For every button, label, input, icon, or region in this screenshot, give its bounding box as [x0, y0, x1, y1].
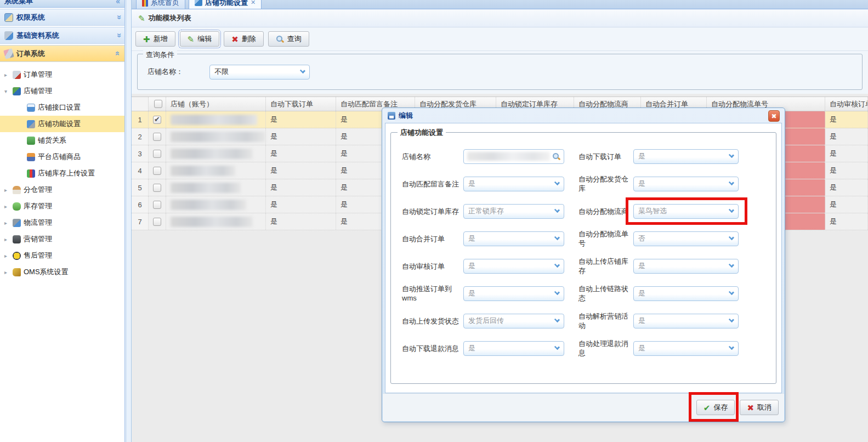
- left-select[interactable]: 是: [463, 341, 564, 356]
- right-select[interactable]: 菜鸟智选: [633, 204, 739, 219]
- left-select[interactable]: 是: [463, 259, 564, 274]
- selected-value: 是: [638, 316, 729, 326]
- left-select[interactable]: 是: [463, 286, 564, 301]
- sidebar-item[interactable]: 店铺库存上传设置: [0, 165, 124, 182]
- row-checkbox[interactable]: [153, 116, 161, 124]
- header-shop[interactable]: 店铺（账号）: [166, 97, 266, 111]
- shop-function-tab-icon: [195, 0, 202, 6]
- query-legend: 查询条件: [143, 50, 177, 60]
- sidebar-item-label: 售后管理: [24, 251, 52, 260]
- chevron-double-down-icon[interactable]: «: [113, 15, 122, 19]
- expand-arrow-icon[interactable]: ▸: [4, 203, 10, 209]
- shop-name-field: [463, 149, 564, 164]
- shop-manage-icon: [13, 87, 21, 95]
- row-checkbox[interactable]: [153, 167, 161, 175]
- collapse-sidebar-icon[interactable]: «: [116, 0, 120, 5]
- sidebar-item[interactable]: ▸ 物流管理: [0, 214, 124, 231]
- expand-arrow-icon[interactable]: ▸: [4, 72, 10, 78]
- shop-name-search-input[interactable]: [463, 149, 564, 164]
- fieldset-legend: 店铺功能设置: [398, 128, 446, 138]
- cell-shop-account: [166, 162, 266, 179]
- cell-auto-audit: 是: [825, 179, 868, 196]
- right-select[interactable]: 是: [633, 177, 739, 191]
- dialog-title-bar[interactable]: 编辑: [382, 108, 785, 123]
- add-button[interactable]: ✚ 新增: [135, 31, 175, 47]
- section-label: 权限系统: [16, 13, 45, 22]
- search-icon[interactable]: [552, 152, 560, 161]
- redacted-shop-name: [171, 200, 246, 210]
- dialog-footer: ✔ 保存 ✖ 取消: [383, 393, 784, 421]
- redacted-shop-name: [467, 152, 550, 161]
- search-button[interactable]: 查询: [268, 31, 309, 47]
- sidebar-item[interactable]: 店铺接口设置: [0, 99, 124, 116]
- sidebar-item[interactable]: 铺货关系: [0, 132, 124, 149]
- tab-home[interactable]: 系统首页: [136, 0, 185, 9]
- save-button[interactable]: ✔ 保存: [696, 400, 735, 415]
- row-checkbox[interactable]: [153, 218, 161, 226]
- sidebar-item[interactable]: ▸ 分仓管理: [0, 182, 124, 198]
- redacted-shop-name: [171, 132, 265, 142]
- pencil-icon: ✎: [188, 35, 195, 43]
- expand-arrow-icon[interactable]: ▸: [4, 269, 10, 275]
- sidebar-item[interactable]: ▸ 库存管理: [0, 198, 124, 214]
- left-field: 发货后回传: [463, 314, 564, 328]
- redacted-shop-name: [171, 183, 241, 193]
- tab-label: 系统首页: [151, 0, 179, 8]
- cell-auto-download: 是: [266, 111, 336, 128]
- right-select[interactable]: 是: [633, 341, 739, 356]
- cell-shop-account: [166, 196, 266, 213]
- right-select[interactable]: 是: [633, 259, 739, 274]
- row-checkbox[interactable]: [153, 150, 161, 158]
- sidebar-section-basedata[interactable]: 基础资料系统 «: [0, 27, 124, 44]
- sidebar-item-label: 分仓管理: [24, 185, 52, 195]
- tab-shop-function-settings[interactable]: 店铺功能设置 ✕: [189, 0, 262, 9]
- right-select[interactable]: 否: [633, 231, 739, 246]
- dialog-form-row: 自动上传发货状态 发货后回传 自动解析营销活动 是: [391, 307, 776, 335]
- sidebar-section-order[interactable]: 订单系统 «: [0, 45, 124, 62]
- right-select[interactable]: 是: [633, 286, 739, 301]
- sidebar-section-permission[interactable]: 权限系统 «: [0, 9, 124, 26]
- expand-arrow-icon[interactable]: ▸: [4, 220, 10, 226]
- auto-download-field: 是: [633, 149, 739, 164]
- sidebar-item-label: OMS系统设置: [24, 267, 69, 277]
- sidebar-item-label: 订单管理: [24, 70, 52, 80]
- header-auto-download[interactable]: 自动下载订单: [266, 97, 336, 111]
- sidebar-item[interactable]: 平台店铺商品: [0, 149, 124, 165]
- chevron-double-down-icon[interactable]: «: [113, 33, 122, 37]
- sidebar-item[interactable]: 店铺功能设置: [0, 116, 124, 132]
- delete-button[interactable]: ✖ 删除: [224, 31, 264, 47]
- row-checkbox[interactable]: [153, 201, 161, 209]
- cancel-button[interactable]: ✖ 取消: [740, 400, 779, 415]
- left-select[interactable]: 发货后回传: [463, 314, 564, 328]
- edit-button[interactable]: ✎ 编辑: [180, 31, 220, 47]
- sidebar-item[interactable]: ▾ 店铺管理: [0, 83, 124, 99]
- sidebar-item[interactable]: ▸ 订单管理: [0, 66, 124, 83]
- left-select[interactable]: 正常锁库存: [463, 204, 564, 219]
- header-auto-audit[interactable]: 自动审核订单: [825, 97, 868, 111]
- sidebar-item[interactable]: ▸ 营销管理: [0, 231, 124, 247]
- chevron-down-icon: [554, 207, 560, 212]
- expand-arrow-icon[interactable]: ▸: [4, 236, 10, 242]
- expand-arrow-icon[interactable]: ▾: [4, 88, 10, 94]
- expand-arrow-icon[interactable]: ▸: [4, 253, 10, 259]
- row-checkbox[interactable]: [153, 184, 161, 192]
- chevron-double-up-icon[interactable]: «: [113, 51, 122, 55]
- sidebar-item[interactable]: ▸ 售后管理: [0, 247, 124, 264]
- cell-auto-download: 是: [266, 196, 336, 213]
- cell-auto-download: 是: [266, 145, 336, 162]
- shop-name-select[interactable]: 不限: [209, 65, 310, 80]
- row-checkbox[interactable]: [153, 133, 161, 141]
- left-select[interactable]: 是: [463, 231, 564, 246]
- cell-shop-account: [166, 213, 266, 230]
- auto-download-select[interactable]: 是: [633, 149, 739, 164]
- order-system-icon: [3, 48, 14, 59]
- right-select[interactable]: 是: [633, 314, 739, 328]
- expand-arrow-icon[interactable]: ▸: [4, 187, 10, 193]
- chevron-down-icon: [729, 289, 734, 294]
- sidebar-splitter[interactable]: [126, 0, 132, 442]
- select-all-checkbox[interactable]: [154, 100, 162, 108]
- close-tab-icon[interactable]: ✕: [251, 0, 256, 6]
- left-select[interactable]: 是: [463, 177, 564, 191]
- dialog-close-button[interactable]: ✖: [768, 110, 780, 122]
- sidebar-item[interactable]: ▸ OMS系统设置: [0, 264, 124, 280]
